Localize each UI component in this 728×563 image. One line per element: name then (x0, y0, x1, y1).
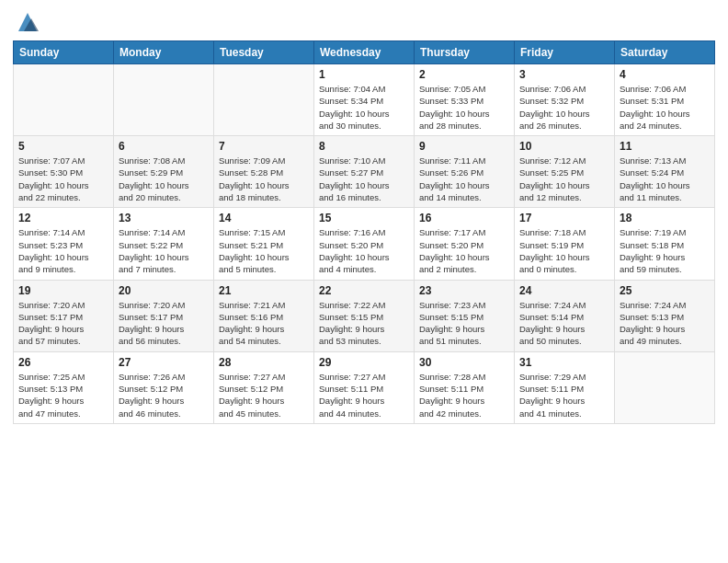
day-info: Sunrise: 7:12 AM Sunset: 5:25 PM Dayligh… (519, 155, 609, 203)
day-info: Sunrise: 7:06 AM Sunset: 5:32 PM Dayligh… (519, 83, 609, 132)
calendar-cell: 2Sunrise: 7:05 AM Sunset: 5:33 PM Daylig… (415, 64, 515, 136)
day-number: 13 (119, 212, 209, 224)
day-info: Sunrise: 7:17 AM Sunset: 5:20 PM Dayligh… (419, 226, 509, 275)
day-number: 29 (319, 356, 409, 369)
day-number: 26 (18, 356, 108, 369)
calendar-cell: 5Sunrise: 7:07 AM Sunset: 5:30 PM Daylig… (14, 136, 114, 208)
calendar-cell (114, 64, 214, 136)
weekday-row: SundayMondayTuesdayWednesdayThursdayFrid… (14, 41, 715, 64)
weekday-header-thursday: Thursday (415, 41, 515, 64)
weekday-header-saturday: Saturday (615, 41, 715, 64)
day-number: 24 (519, 284, 609, 297)
calendar-cell: 15Sunrise: 7:16 AM Sunset: 5:20 PM Dayli… (314, 208, 415, 280)
day-number: 6 (119, 140, 209, 153)
day-number: 14 (219, 212, 309, 224)
calendar-cell: 27Sunrise: 7:26 AM Sunset: 5:12 PM Dayli… (114, 351, 214, 423)
calendar-cell: 29Sunrise: 7:27 AM Sunset: 5:11 PM Dayli… (314, 351, 415, 423)
weekday-header-sunday: Sunday (14, 41, 114, 64)
logo-icon (15, 9, 40, 35)
calendar-header: SundayMondayTuesdayWednesdayThursdayFrid… (14, 41, 715, 64)
weekday-header-tuesday: Tuesday (214, 41, 314, 64)
day-number: 19 (18, 284, 108, 297)
day-info: Sunrise: 7:15 AM Sunset: 5:21 PM Dayligh… (219, 226, 309, 275)
day-number: 27 (119, 356, 209, 369)
calendar-body: 1Sunrise: 7:04 AM Sunset: 5:34 PM Daylig… (14, 64, 715, 424)
day-info: Sunrise: 7:20 AM Sunset: 5:17 PM Dayligh… (18, 299, 108, 348)
day-info: Sunrise: 7:23 AM Sunset: 5:15 PM Dayligh… (419, 299, 509, 348)
day-info: Sunrise: 7:22 AM Sunset: 5:15 PM Dayligh… (319, 299, 409, 348)
calendar-cell: 13Sunrise: 7:14 AM Sunset: 5:22 PM Dayli… (114, 208, 214, 280)
calendar-table: SundayMondayTuesdayWednesdayThursdayFrid… (13, 40, 715, 424)
day-info: Sunrise: 7:25 AM Sunset: 5:13 PM Dayligh… (18, 371, 108, 419)
calendar-cell (615, 351, 715, 423)
calendar-cell: 30Sunrise: 7:28 AM Sunset: 5:11 PM Dayli… (415, 351, 515, 423)
calendar-cell: 24Sunrise: 7:24 AM Sunset: 5:14 PM Dayli… (515, 280, 615, 351)
calendar-cell: 28Sunrise: 7:27 AM Sunset: 5:12 PM Dayli… (214, 351, 314, 423)
day-info: Sunrise: 7:19 AM Sunset: 5:18 PM Dayligh… (620, 226, 710, 275)
day-info: Sunrise: 7:24 AM Sunset: 5:14 PM Dayligh… (519, 299, 609, 348)
day-number: 15 (319, 212, 409, 224)
day-info: Sunrise: 7:11 AM Sunset: 5:26 PM Dayligh… (419, 155, 509, 203)
calendar-cell: 21Sunrise: 7:21 AM Sunset: 5:16 PM Dayli… (214, 280, 314, 351)
day-number: 9 (419, 140, 509, 153)
weekday-header-monday: Monday (114, 41, 214, 64)
day-number: 20 (119, 284, 209, 297)
weekday-header-friday: Friday (515, 41, 615, 64)
day-info: Sunrise: 7:18 AM Sunset: 5:19 PM Dayligh… (519, 226, 609, 275)
day-info: Sunrise: 7:16 AM Sunset: 5:20 PM Dayligh… (319, 226, 409, 275)
header (13, 9, 715, 35)
day-info: Sunrise: 7:26 AM Sunset: 5:12 PM Dayligh… (119, 371, 209, 419)
day-info: Sunrise: 7:28 AM Sunset: 5:11 PM Dayligh… (419, 371, 509, 419)
day-info: Sunrise: 7:06 AM Sunset: 5:31 PM Dayligh… (620, 83, 710, 132)
day-info: Sunrise: 7:08 AM Sunset: 5:29 PM Dayligh… (119, 155, 209, 203)
day-info: Sunrise: 7:14 AM Sunset: 5:22 PM Dayligh… (119, 226, 209, 275)
calendar-week-1: 1Sunrise: 7:04 AM Sunset: 5:34 PM Daylig… (14, 64, 715, 136)
calendar-cell: 11Sunrise: 7:13 AM Sunset: 5:24 PM Dayli… (615, 136, 715, 208)
calendar-cell: 25Sunrise: 7:24 AM Sunset: 5:13 PM Dayli… (615, 280, 715, 351)
calendar-week-3: 12Sunrise: 7:14 AM Sunset: 5:23 PM Dayli… (14, 208, 715, 280)
calendar-cell: 18Sunrise: 7:19 AM Sunset: 5:18 PM Dayli… (615, 208, 715, 280)
calendar-week-4: 19Sunrise: 7:20 AM Sunset: 5:17 PM Dayli… (14, 280, 715, 351)
day-info: Sunrise: 7:29 AM Sunset: 5:11 PM Dayligh… (519, 371, 609, 419)
day-number: 3 (519, 68, 609, 81)
day-number: 5 (18, 140, 108, 153)
calendar-cell: 8Sunrise: 7:10 AM Sunset: 5:27 PM Daylig… (314, 136, 415, 208)
page: SundayMondayTuesdayWednesdayThursdayFrid… (0, 0, 728, 563)
calendar-cell: 31Sunrise: 7:29 AM Sunset: 5:11 PM Dayli… (515, 351, 615, 423)
calendar-cell: 6Sunrise: 7:08 AM Sunset: 5:29 PM Daylig… (114, 136, 214, 208)
day-number: 2 (419, 68, 509, 81)
logo (13, 9, 40, 35)
calendar-cell: 16Sunrise: 7:17 AM Sunset: 5:20 PM Dayli… (415, 208, 515, 280)
calendar-cell: 17Sunrise: 7:18 AM Sunset: 5:19 PM Dayli… (515, 208, 615, 280)
day-number: 8 (319, 140, 409, 153)
day-info: Sunrise: 7:09 AM Sunset: 5:28 PM Dayligh… (219, 155, 309, 203)
day-number: 16 (419, 212, 509, 224)
calendar-cell: 22Sunrise: 7:22 AM Sunset: 5:15 PM Dayli… (314, 280, 415, 351)
calendar-cell (214, 64, 314, 136)
day-info: Sunrise: 7:04 AM Sunset: 5:34 PM Dayligh… (319, 83, 409, 132)
day-info: Sunrise: 7:21 AM Sunset: 5:16 PM Dayligh… (219, 299, 309, 348)
day-info: Sunrise: 7:07 AM Sunset: 5:30 PM Dayligh… (18, 155, 108, 203)
day-number: 30 (419, 356, 509, 369)
day-number: 28 (219, 356, 309, 369)
day-number: 4 (620, 68, 710, 81)
calendar-cell: 7Sunrise: 7:09 AM Sunset: 5:28 PM Daylig… (214, 136, 314, 208)
day-info: Sunrise: 7:20 AM Sunset: 5:17 PM Dayligh… (119, 299, 209, 348)
day-info: Sunrise: 7:14 AM Sunset: 5:23 PM Dayligh… (18, 226, 108, 275)
day-info: Sunrise: 7:10 AM Sunset: 5:27 PM Dayligh… (319, 155, 409, 203)
day-info: Sunrise: 7:05 AM Sunset: 5:33 PM Dayligh… (419, 83, 509, 132)
day-info: Sunrise: 7:13 AM Sunset: 5:24 PM Dayligh… (620, 155, 710, 203)
calendar-cell: 3Sunrise: 7:06 AM Sunset: 5:32 PM Daylig… (515, 64, 615, 136)
day-number: 7 (219, 140, 309, 153)
day-number: 18 (620, 212, 710, 224)
calendar-week-5: 26Sunrise: 7:25 AM Sunset: 5:13 PM Dayli… (14, 351, 715, 423)
day-number: 12 (18, 212, 108, 224)
day-number: 23 (419, 284, 509, 297)
day-number: 17 (519, 212, 609, 224)
day-number: 11 (620, 140, 710, 153)
day-info: Sunrise: 7:27 AM Sunset: 5:11 PM Dayligh… (319, 371, 409, 419)
calendar-cell: 26Sunrise: 7:25 AM Sunset: 5:13 PM Dayli… (14, 351, 114, 423)
day-number: 1 (319, 68, 409, 81)
day-number: 25 (620, 284, 710, 297)
day-number: 10 (519, 140, 609, 153)
